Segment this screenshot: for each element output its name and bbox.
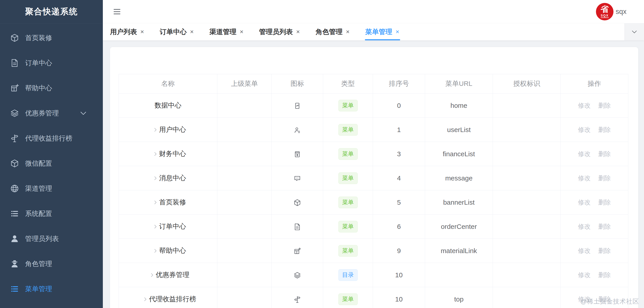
delete-action[interactable]: 删除 <box>598 151 611 157</box>
sidebar-item-order-center[interactable]: 订单中心 <box>0 50 103 76</box>
edit-action[interactable]: 修改 <box>578 151 590 157</box>
chevron-right-icon[interactable] <box>152 127 158 133</box>
close-icon[interactable]: × <box>396 29 399 35</box>
type-badge: 菜单 <box>338 221 358 232</box>
tab-admin-list[interactable]: 管理员列表× <box>259 23 300 40</box>
chevron-down-icon[interactable] <box>79 109 88 118</box>
actions-cell: 修改删除 <box>561 190 628 214</box>
auth-cell <box>493 287 561 308</box>
icon-cell <box>272 142 323 166</box>
type-cell: 菜单 <box>323 239 373 263</box>
sidebar-item-channel-mgmt[interactable]: 渠道管理 <box>0 176 103 201</box>
edit-action[interactable]: 修改 <box>578 272 590 278</box>
auth-cell <box>493 94 561 118</box>
type-badge: 菜单 <box>338 100 358 111</box>
delete-action[interactable]: 删除 <box>598 223 611 230</box>
close-icon[interactable]: × <box>296 29 300 35</box>
tab-channel-mgmt[interactable]: 渠道管理× <box>210 23 244 40</box>
sidebar-item-admin-list[interactable]: 管理员列表 <box>0 226 103 251</box>
chevron-right-icon[interactable] <box>142 296 148 302</box>
menu-name: 用户中心 <box>159 126 186 133</box>
sidebar-item-menu-mgmt[interactable]: 菜单管理 <box>0 276 103 302</box>
sidebar-item-agent-rank[interactable]: 代理收益排行榜 <box>0 126 103 151</box>
edit-action[interactable]: 修改 <box>578 199 590 206</box>
sidebar-item-system-config[interactable]: 系统配置 <box>0 201 103 226</box>
parent-menu-cell <box>217 142 272 166</box>
sidebar-item-wechat-config[interactable]: 微信配置 <box>0 151 103 176</box>
close-icon[interactable]: × <box>140 29 144 35</box>
chevron-right-icon[interactable] <box>152 175 158 181</box>
table-header-row: 名称上级菜单图标类型排序号菜单URL授权标识操作 <box>119 74 628 94</box>
auth-cell <box>493 166 561 190</box>
table-row-data-center: 数据中心菜单0home修改删除 <box>119 94 628 118</box>
delete-action[interactable]: 删除 <box>598 175 611 181</box>
sidebar-item-label: 管理员列表 <box>25 234 59 243</box>
auth-cell <box>493 118 561 142</box>
avatar-sub-label: SQX <box>601 14 609 18</box>
menu-name: 首页装修 <box>159 198 186 206</box>
layers-icon <box>10 109 19 118</box>
sort-cell: 4 <box>373 166 425 190</box>
sort-cell: 10 <box>373 263 425 287</box>
chevron-right-icon[interactable] <box>152 224 158 230</box>
tab-menu-mgmt[interactable]: 菜单管理× <box>365 23 399 40</box>
sidebar-menu: 首页装修订单中心帮助中心优惠券管理代理收益排行榜微信配置渠道管理系统配置管理员列… <box>0 23 103 302</box>
edit-action[interactable]: 修改 <box>578 175 590 181</box>
user-area[interactable]: 省 SQX sqx <box>596 3 626 20</box>
actions-cell: 修改删除 <box>561 239 628 263</box>
menu-name: 订单中心 <box>159 223 186 230</box>
chevron-right-icon[interactable] <box>152 151 158 157</box>
type-cell: 菜单 <box>323 118 373 142</box>
auth-cell <box>493 239 561 263</box>
type-cell: 菜单 <box>323 214 373 239</box>
delete-action[interactable]: 删除 <box>598 272 611 278</box>
tab-user-list[interactable]: 用户列表× <box>110 23 144 40</box>
sidebar-item-label: 角色管理 <box>25 259 52 269</box>
sidebar-item-role-mgmt[interactable]: 角色管理 <box>0 251 103 276</box>
auth-cell <box>493 214 561 239</box>
edit-action[interactable]: 修改 <box>578 247 590 254</box>
edit-action[interactable]: 修改 <box>578 126 590 133</box>
delete-action[interactable]: 删除 <box>598 102 611 109</box>
sidebar-item-coupon-mgmt[interactable]: 优惠券管理 <box>0 101 103 126</box>
table-row-agent-rank: 代理收益排行榜菜单10top修改删除 <box>119 287 628 308</box>
user-list-icon <box>294 126 301 134</box>
menu-name: 财务中心 <box>159 150 186 157</box>
box-icon <box>10 159 19 168</box>
actions-cell: 修改删除 <box>561 118 628 142</box>
parent-menu-cell <box>217 263 272 287</box>
close-icon[interactable]: × <box>190 29 194 35</box>
parent-menu-cell <box>217 190 272 214</box>
close-icon[interactable]: × <box>240 29 244 35</box>
money-icon <box>294 151 301 158</box>
chevron-right-icon[interactable] <box>149 272 155 278</box>
chevron-right-icon[interactable] <box>152 248 158 254</box>
tab-label: 用户列表 <box>110 27 137 36</box>
tab-dropdown-button[interactable] <box>624 23 644 40</box>
edit-action[interactable]: 修改 <box>578 223 590 230</box>
close-icon[interactable]: × <box>346 29 350 35</box>
icon-cell <box>272 214 323 239</box>
sort-cell: 10 <box>373 287 425 308</box>
delete-action[interactable]: 删除 <box>598 199 611 206</box>
sidebar-item-help-center[interactable]: 帮助中心 <box>0 76 103 101</box>
chat-icon <box>294 175 301 182</box>
hamburger-icon[interactable] <box>112 7 122 16</box>
content-area: 名称上级菜单图标类型排序号菜单URL授权标识操作 数据中心菜单0home修改删除… <box>103 40 644 308</box>
edit-action[interactable]: 修改 <box>578 102 590 109</box>
sidebar-item-home-decor[interactable]: 首页装修 <box>0 25 103 50</box>
chevron-right-icon[interactable] <box>152 199 158 205</box>
tab-order-center[interactable]: 订单中心× <box>160 23 194 40</box>
type-cell: 菜单 <box>323 166 373 190</box>
icon-cell <box>272 263 323 287</box>
sidebar-item-label: 帮助中心 <box>25 84 52 93</box>
delete-action[interactable]: 删除 <box>598 247 611 254</box>
delete-action[interactable]: 删除 <box>598 126 611 133</box>
document-icon <box>294 223 301 231</box>
box-icon <box>294 199 301 206</box>
sidebar-item-label: 菜单管理 <box>25 285 52 294</box>
tab-label: 管理员列表 <box>259 27 293 36</box>
tab-role-mgmt[interactable]: 角色管理× <box>316 23 350 40</box>
column-header: 图标 <box>272 74 323 94</box>
name-cell: 数据中心 <box>119 94 217 118</box>
